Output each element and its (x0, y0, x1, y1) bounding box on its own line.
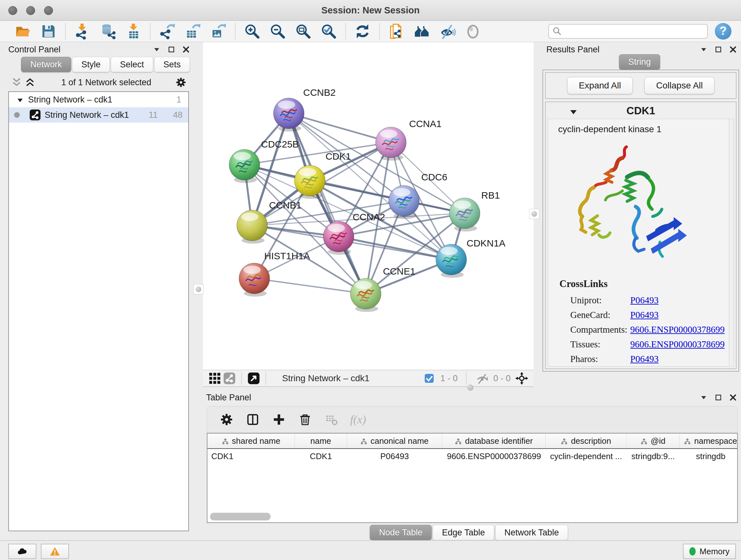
grid-view-icon[interactable] (207, 371, 222, 386)
search-input[interactable] (548, 24, 708, 39)
column-header-@id[interactable]: @id (626, 434, 680, 448)
tab-node-table[interactable]: Node Table (370, 525, 432, 540)
hide-glasses-icon[interactable] (439, 23, 456, 40)
crosshair-icon[interactable] (515, 371, 529, 386)
gene-section-header[interactable]: CDK1 (546, 102, 736, 119)
column-header-name[interactable]: name (295, 434, 347, 448)
network-graph: CCNB2CCNA1CDC25BCDK1CDC6RB1CCNB1CCNA2CDK… (203, 42, 534, 370)
tab-style[interactable]: Style (72, 57, 110, 72)
node-label: CCNA1 (409, 118, 442, 129)
network-node-CDKN1A[interactable] (436, 244, 467, 278)
warnings-button[interactable] (41, 544, 69, 559)
results-scrollbar[interactable] (729, 119, 734, 366)
close-panel-icon[interactable] (182, 45, 190, 54)
clear-table-icon[interactable] (324, 412, 339, 427)
column-header-canonical-name[interactable]: canonical name (347, 434, 442, 448)
column-header-shared-name[interactable]: shared name (207, 434, 295, 448)
column-header-namespace[interactable]: namespace (680, 434, 738, 448)
crosslink-row: Pharos:P06493 (570, 352, 731, 366)
network-row-selected[interactable]: String Network – cdk1 11 48 (9, 107, 188, 123)
panel-menu-icon[interactable] (699, 393, 708, 401)
show-preview-icon[interactable] (465, 23, 481, 40)
selected-checkbox-icon[interactable] (422, 371, 436, 386)
table-body: CDK1CDK1P064939606.ENSP00000378699cyclin… (207, 449, 737, 463)
hidden-eye-icon[interactable] (475, 371, 489, 386)
save-session-icon[interactable] (40, 23, 57, 40)
zoom-out-icon[interactable] (269, 23, 286, 40)
network-node-CDC25B[interactable] (229, 149, 260, 183)
export-image-icon[interactable] (210, 23, 226, 40)
network-node-CCNA2[interactable] (323, 221, 354, 255)
crosslink-label: Uniprot: (570, 295, 630, 306)
table-settings-icon[interactable] (219, 412, 234, 427)
string-home-icon[interactable] (414, 23, 430, 40)
crosslink-value[interactable]: P06493 (630, 295, 659, 306)
panel-menu-icon[interactable] (152, 45, 161, 54)
expand-all-button[interactable]: Expand All (567, 77, 633, 94)
zoom-fit-icon[interactable] (295, 23, 312, 40)
expand-all-icon[interactable] (24, 77, 36, 88)
crosslink-value[interactable]: P06493 (630, 354, 659, 364)
collapse-all-icon[interactable] (11, 77, 22, 88)
import-database-icon[interactable] (99, 23, 116, 40)
network-node-CCNE1[interactable] (350, 278, 381, 312)
network-options-gear-icon[interactable] (175, 76, 187, 88)
search-field[interactable] (548, 24, 708, 39)
crosslink-value[interactable]: 9606.ENSP00000378699 (630, 324, 725, 335)
table-cell: CDK1 (207, 451, 295, 461)
tab-edge-table[interactable]: Edge Table (433, 525, 494, 540)
crosslink-value[interactable]: P06493 (630, 310, 659, 320)
string-view-icon[interactable] (222, 371, 237, 386)
network-node-CCNA1[interactable] (376, 127, 406, 161)
zoom-in-icon[interactable] (244, 23, 260, 40)
import-network-icon[interactable] (74, 23, 91, 40)
tab-string[interactable]: String (619, 54, 660, 70)
network-collection-row[interactable]: String Network – cdk1 1 (9, 92, 188, 107)
function-builder-icon[interactable]: f(x) (350, 413, 366, 426)
collection-expand-icon[interactable] (17, 96, 23, 103)
column-label: database identifier (465, 436, 533, 446)
crosslink-value[interactable]: 9606.ENSP00000378699 (630, 339, 725, 350)
help-icon[interactable]: ? (715, 23, 731, 40)
bottom-splitter-handle[interactable] (467, 384, 474, 391)
float-panel-icon[interactable] (167, 45, 176, 54)
column-label: namespace (694, 436, 737, 446)
zoom-selected-icon[interactable] (320, 23, 337, 40)
export-table-icon[interactable] (185, 23, 201, 40)
collapse-all-button[interactable]: Collapse All (644, 77, 715, 94)
network-view-canvas[interactable]: CCNB2CCNA1CDC25BCDK1CDC6RB1CCNB1CCNA2CDK… (203, 42, 534, 370)
open-in-window-icon[interactable] (246, 371, 261, 386)
left-splitter-handle[interactable] (193, 284, 204, 294)
network-status-dot (14, 112, 20, 118)
open-session-icon[interactable] (15, 23, 31, 40)
close-panel-icon[interactable] (729, 45, 737, 54)
add-column-icon[interactable] (272, 412, 286, 427)
tab-select[interactable]: Select (111, 57, 153, 72)
export-network-icon[interactable] (159, 23, 176, 40)
cloud-status-button[interactable] (8, 544, 37, 559)
memory-button[interactable]: Memory (683, 544, 736, 559)
right-splitter-handle[interactable] (529, 209, 539, 219)
table-row[interactable]: CDK1CDK1P064939606.ENSP00000378699cyclin… (207, 449, 737, 463)
network-node-HIST1H1A[interactable] (239, 263, 270, 297)
crosslink-row: GeneCard:P06493 (570, 307, 731, 322)
horizontal-scrollbar-thumb[interactable] (210, 513, 271, 520)
tab-sets[interactable]: Sets (154, 57, 190, 72)
tab-network-table[interactable]: Network Table (495, 525, 568, 540)
float-panel-icon[interactable] (714, 393, 723, 401)
table-cell: 9606.ENSP00000378699 (442, 451, 546, 461)
column-header-database-identifier[interactable]: database identifier (442, 434, 546, 448)
split-columns-icon[interactable] (246, 412, 260, 427)
tab-network[interactable]: Network (21, 57, 71, 72)
panel-menu-icon[interactable] (699, 45, 708, 54)
import-table-icon[interactable] (125, 23, 142, 40)
network-node-RB1[interactable] (449, 198, 480, 232)
close-panel-icon[interactable] (729, 393, 737, 401)
crosslink-row: Compartments:9606.ENSP00000378699 (570, 322, 731, 337)
network-node-CCNB1[interactable] (237, 210, 267, 244)
column-header-description[interactable]: description (546, 434, 626, 448)
refresh-layout-icon[interactable] (354, 23, 371, 40)
delete-column-icon[interactable] (298, 412, 313, 427)
float-panel-icon[interactable] (714, 45, 723, 54)
string-import-icon[interactable] (388, 23, 405, 40)
